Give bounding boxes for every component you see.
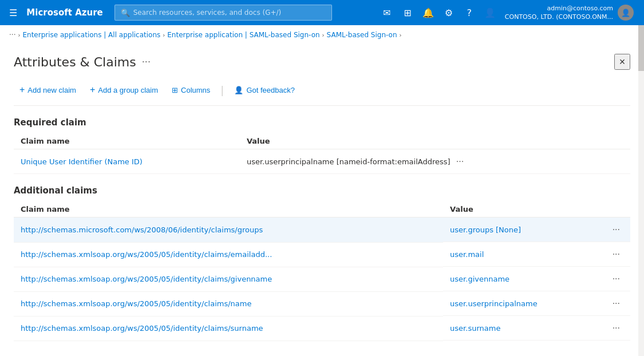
help-icon[interactable]: ?	[460, 3, 479, 22]
breadcrumb-item-2[interactable]: SAML-based Sign-on	[327, 31, 397, 39]
additional-claim-value-4: user.surname	[450, 324, 500, 333]
add-group-claim-button[interactable]: + Add a group claim	[84, 81, 164, 98]
main-content: Attributes & Claims ··· × + Add new clai…	[0, 45, 644, 341]
additional-claim-name-cell: http://schemas.xmlsoap.org/ws/2005/05/id…	[14, 267, 443, 291]
additional-claim-value-cell: user.surname···	[443, 316, 630, 341]
add-new-claim-button[interactable]: + Add new claim	[14, 81, 82, 98]
user-avatar: 👤	[618, 5, 634, 21]
breadcrumb-item-0[interactable]: Enterprise applications | All applicatio…	[22, 31, 160, 39]
additional-claim-value-cell: user.givenname···	[443, 267, 630, 291]
breadcrumb-item-1[interactable]: Enterprise application | SAML-based Sign…	[167, 31, 319, 39]
message-icon[interactable]: ✉	[378, 3, 396, 22]
required-claim-name-cell: Unique User Identifier (Name ID)	[14, 149, 240, 174]
additional-claim-more-button-2[interactable]: ···	[609, 272, 623, 285]
additional-claim-value-1: user.mail	[450, 250, 484, 259]
required-claim-row: Unique User Identifier (Name ID) user.us…	[14, 149, 630, 174]
required-col-value: Value	[240, 133, 630, 149]
people-icon[interactable]: 👤	[481, 3, 499, 22]
additional-claim-more-button-0[interactable]: ···	[609, 223, 623, 236]
required-claims-table: Claim name Value Unique User Identifier …	[14, 133, 630, 174]
additional-claim-name-cell: http://schemas.microsoft.com/ws/2008/06/…	[14, 217, 443, 243]
hamburger-menu-icon[interactable]: ☰	[7, 5, 19, 21]
page-options-dots[interactable]: ···	[142, 57, 151, 68]
required-claim-value: user.userprincipalname [nameid-format:em…	[247, 157, 451, 166]
notifications-icon[interactable]: 🔔	[419, 3, 437, 22]
breadcrumb: ··· › Enterprise applications | All appl…	[0, 25, 644, 45]
additional-claim-value-3: user.userprincipalname	[450, 299, 538, 308]
azure-logo: Microsoft Azure	[26, 7, 102, 18]
breadcrumb-sep-3: ›	[400, 32, 402, 38]
page-header: Attributes & Claims ··· ×	[14, 54, 630, 70]
additional-claim-more-button-4[interactable]: ···	[609, 322, 623, 334]
additional-claim-row: http://schemas.xmlsoap.org/ws/2005/05/id…	[14, 267, 630, 291]
user-org: CONTOSO, LTD. (CONTOSO.ONM...	[505, 13, 613, 21]
columns-button[interactable]: ⊞ Columns	[166, 82, 216, 98]
columns-label: Columns	[181, 86, 210, 94]
page-title: Attributes & Claims	[14, 55, 136, 69]
additional-claim-value-2: user.givenname	[450, 275, 509, 283]
additional-claims-table: Claim name Value http://schemas.microsof…	[14, 201, 630, 341]
scrollbar-track[interactable]	[638, 25, 644, 341]
additional-claim-name-link-4[interactable]: http://schemas.xmlsoap.org/ws/2005/05/id…	[21, 324, 263, 333]
close-button[interactable]: ×	[614, 54, 630, 70]
additional-col-claim-name: Claim name	[14, 201, 443, 217]
topnav-icon-group: ✉ ⊞ 🔔 ⚙ ? 👤 admin@contoso.com CONTOSO, L…	[378, 3, 637, 23]
top-navigation: ☰ Microsoft Azure 🔍 Search resources, se…	[0, 0, 644, 25]
additional-claim-name-cell: http://schemas.xmlsoap.org/ws/2005/05/id…	[14, 316, 443, 341]
add-new-claim-label: Add new claim	[27, 86, 76, 94]
user-info: admin@contoso.com CONTOSO, LTD. (CONTOSO…	[505, 4, 613, 22]
required-claim-section-title: Required claim	[14, 117, 630, 128]
required-claim-more-button[interactable]: ···	[453, 155, 467, 168]
global-search-box[interactable]: 🔍 Search resources, services, and docs (…	[114, 5, 332, 21]
additional-claim-name-link-3[interactable]: http://schemas.xmlsoap.org/ws/2005/05/id…	[21, 299, 251, 308]
additional-claims-section-title: Additional claims	[14, 185, 630, 196]
required-claims-section: Required claim Claim name Value Unique U…	[14, 117, 630, 174]
feedback-icon: 👤	[234, 86, 243, 94]
additional-col-value: Value	[443, 201, 630, 217]
required-claim-value-cell: user.userprincipalname [nameid-format:em…	[240, 149, 630, 174]
additional-claim-row: http://schemas.xmlsoap.org/ws/2005/05/id…	[14, 242, 630, 267]
breadcrumb-sep-1: ›	[163, 32, 165, 38]
breadcrumb-dots[interactable]: ···	[9, 31, 15, 39]
additional-claim-row: http://schemas.xmlsoap.org/ws/2005/05/id…	[14, 291, 630, 316]
additional-claim-value-cell: user.userprincipalname···	[443, 291, 630, 316]
feedback-button[interactable]: 👤 Got feedback?	[228, 82, 301, 98]
additional-claim-row: http://schemas.xmlsoap.org/ws/2005/05/id…	[14, 316, 630, 341]
additional-claim-row: http://schemas.microsoft.com/ws/2008/06/…	[14, 217, 630, 243]
scrollbar-thumb[interactable]	[638, 25, 644, 71]
additional-claim-value-cell: user.groups [None]···	[443, 217, 630, 242]
additional-claim-more-button-3[interactable]: ···	[609, 297, 623, 310]
additional-claim-name-cell: http://schemas.xmlsoap.org/ws/2005/05/id…	[14, 242, 443, 267]
additional-claim-value-cell: user.mail···	[443, 242, 630, 267]
required-claim-name-link[interactable]: Unique User Identifier (Name ID)	[21, 157, 143, 166]
add-group-claim-label: Add a group claim	[98, 86, 158, 94]
additional-claim-name-link-0[interactable]: http://schemas.microsoft.com/ws/2008/06/…	[21, 226, 263, 234]
user-email: admin@contoso.com	[547, 4, 613, 13]
additional-claim-value-0: user.groups [None]	[450, 226, 521, 234]
plus-icon-2: +	[90, 85, 95, 95]
feedback-label: Got feedback?	[246, 86, 295, 94]
toolbar: + Add new claim + Add a group claim ⊞ Co…	[14, 81, 630, 106]
columns-icon: ⊞	[172, 86, 178, 94]
additional-claim-name-cell: http://schemas.xmlsoap.org/ws/2005/05/id…	[14, 291, 443, 316]
search-icon: 🔍	[121, 9, 130, 17]
additional-claim-name-link-1[interactable]: http://schemas.xmlsoap.org/ws/2005/05/id…	[21, 250, 272, 259]
toolbar-separator: |	[218, 84, 226, 96]
settings-icon[interactable]: ⚙	[440, 3, 458, 22]
additional-claim-more-button-1[interactable]: ···	[609, 248, 623, 260]
additional-claim-name-link-2[interactable]: http://schemas.xmlsoap.org/ws/2005/05/id…	[21, 275, 272, 283]
plus-icon: +	[19, 85, 25, 95]
additional-claims-section: Additional claims Claim name Value http:…	[14, 185, 630, 341]
required-col-claim-name: Claim name	[14, 133, 240, 149]
breadcrumb-sep-0: ›	[18, 32, 20, 38]
breadcrumb-sep-2: ›	[322, 32, 325, 38]
search-placeholder-text: Search resources, services, and docs (G+…	[133, 9, 281, 17]
user-profile-button[interactable]: admin@contoso.com CONTOSO, LTD. (CONTOSO…	[501, 3, 637, 23]
portal-menu-icon[interactable]: ⊞	[398, 3, 417, 22]
